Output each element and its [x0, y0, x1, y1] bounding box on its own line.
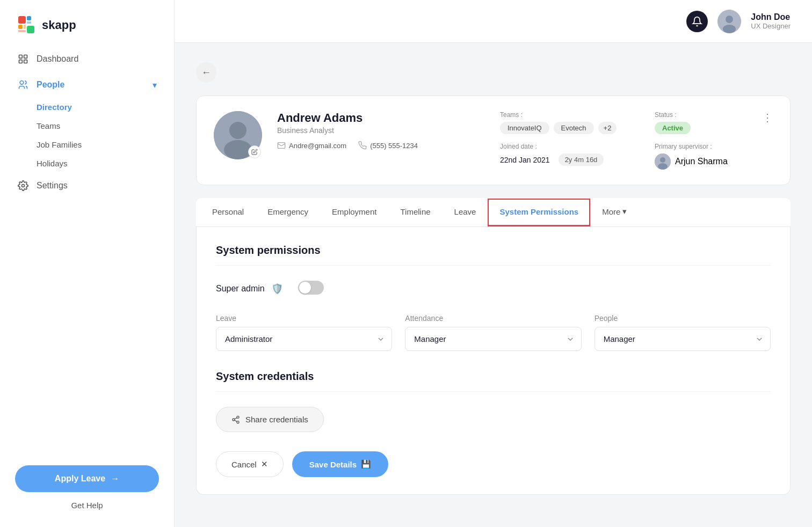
svg-line-27	[235, 418, 237, 419]
sidebar-item-people[interactable]: People ▾	[0, 72, 174, 98]
svg-point-11	[20, 81, 24, 85]
svg-rect-1	[27, 16, 31, 20]
toggle-knob	[299, 282, 311, 294]
chevron-down-icon: ▾	[153, 80, 157, 90]
cancel-button[interactable]: Cancel ✕	[216, 451, 284, 477]
profile-supervisor-row: Primary supervisor : Arjun Sharma	[655, 143, 728, 170]
profile-phone-value: (555) 555-1234	[370, 142, 418, 150]
bell-icon	[692, 16, 702, 27]
shield-icon: 🛡️	[271, 283, 283, 295]
svg-rect-4	[24, 25, 26, 29]
grid-icon	[17, 53, 29, 65]
share-credentials-button[interactable]: Share credentials	[216, 407, 324, 432]
sidebar-item-dashboard-label: Dashboard	[37, 54, 78, 64]
svg-rect-0	[18, 16, 26, 24]
svg-line-26	[235, 420, 237, 422]
topbar-user-info: John Doe UX Designer	[751, 12, 791, 30]
email-icon	[277, 141, 286, 150]
team-tag-1: Evotech	[554, 122, 594, 134]
notification-bell-button[interactable]	[686, 11, 708, 32]
edit-avatar-button[interactable]	[248, 145, 261, 158]
tabs-section: Personal Emergency Employment Timeline L…	[196, 198, 791, 495]
back-button[interactable]: ←	[196, 62, 216, 83]
phone-icon	[358, 141, 367, 150]
footer-actions: Cancel ✕ Save Details 💾	[216, 451, 771, 477]
profile-phone: (555) 555-1234	[358, 141, 418, 150]
profile-email-value: Andre@gmail.com	[289, 142, 346, 150]
system-credentials-title: System credentials	[216, 370, 771, 392]
permissions-dropdowns-row: Leave Administrator Manager Employee Non…	[216, 314, 771, 351]
leave-permission-label: Leave	[216, 314, 392, 323]
profile-avatar-wrap	[214, 111, 262, 159]
apply-leave-label: Apply Leave	[55, 474, 105, 484]
people-permission-select[interactable]: Administrator Manager Employee None	[595, 327, 771, 351]
tab-more[interactable]: More ▾	[590, 198, 639, 226]
tab-system-permissions[interactable]: System Permissions	[488, 199, 590, 226]
attendance-permission-group: Attendance Administrator Manager Employe…	[405, 314, 581, 351]
profile-status-row: Status : Active	[655, 111, 691, 134]
svg-point-17	[229, 122, 247, 139]
tab-leave[interactable]: Leave	[443, 199, 488, 226]
profile-joined-row: Joined date : 22nd Jan 2021 2y 4m 16d	[500, 143, 640, 166]
tab-timeline[interactable]: Timeline	[388, 199, 442, 226]
svg-rect-3	[18, 25, 23, 29]
profile-card: Andrew Adams Business Analyst Andre@gmai…	[196, 96, 791, 185]
leave-permission-group: Leave Administrator Manager Employee Non…	[216, 314, 392, 351]
get-help-link[interactable]: Get Help	[15, 501, 159, 510]
save-icon: 💾	[361, 459, 371, 469]
joined-date: 22nd Jan 2021	[500, 156, 550, 164]
svg-point-12	[22, 185, 25, 187]
apply-leave-button[interactable]: Apply Leave →	[15, 465, 159, 492]
svg-point-25	[237, 421, 239, 423]
team-tags: InnovateIQ Evotech +2	[500, 122, 640, 134]
svg-rect-9	[19, 60, 23, 63]
status-badge: Active	[655, 122, 691, 134]
team-more: +2	[598, 122, 617, 134]
sidebar-subnav: Directory Teams Job Families Holidays	[0, 98, 174, 173]
x-icon: ✕	[261, 459, 268, 469]
main-content: John Doe UX Designer ←	[175, 0, 812, 527]
profile-contacts: Andre@gmail.com (555) 555-1234	[277, 141, 485, 150]
tabs-bar: Personal Emergency Employment Timeline L…	[196, 198, 791, 227]
supervisor-avatar	[655, 153, 671, 170]
sidebar-item-settings-label: Settings	[37, 181, 68, 191]
profile-info: Andrew Adams Business Analyst Andre@gmai…	[277, 111, 485, 150]
profile-role: Business Analyst	[277, 126, 485, 135]
joined-label: Joined date :	[500, 143, 640, 150]
topbar-user-role: UX Designer	[751, 22, 791, 30]
save-details-button[interactable]: Save Details 💾	[292, 451, 388, 477]
sidebar-item-settings[interactable]: Settings	[0, 173, 174, 199]
logo: skapp	[0, 0, 174, 46]
team-tag-0: InnovateIQ	[500, 122, 549, 134]
svg-rect-19	[278, 143, 285, 149]
arrow-right-icon: →	[111, 474, 119, 484]
svg-point-23	[237, 416, 239, 418]
content-area: ← Andrew Adams Business Analyst	[175, 43, 812, 527]
sidebar-subitem-teams[interactable]: Teams	[37, 116, 174, 135]
svg-rect-7	[19, 55, 23, 58]
section-card: System permissions Super admin 🛡️ Leave	[196, 227, 791, 495]
sidebar-subitem-holidays[interactable]: Holidays	[37, 154, 174, 173]
super-admin-toggle[interactable]	[298, 281, 324, 295]
svg-point-14	[726, 16, 733, 23]
more-options-button[interactable]: ⋮	[762, 111, 773, 124]
profile-status-col: ⋮ Status : Active Primary supervisor :	[655, 111, 773, 170]
svg-rect-6	[27, 26, 34, 33]
tab-employment[interactable]: Employment	[320, 199, 388, 226]
attendance-permission-select[interactable]: Administrator Manager Employee None	[405, 327, 581, 351]
topbar-user-name: John Doe	[751, 12, 791, 22]
sidebar-item-people-label: People	[37, 80, 64, 90]
tab-emergency[interactable]: Emergency	[256, 199, 320, 226]
system-permissions-title: System permissions	[216, 244, 771, 266]
share-icon	[231, 415, 240, 424]
profile-name: Andrew Adams	[277, 111, 485, 125]
cancel-label: Cancel	[231, 460, 257, 469]
sidebar-subitem-job-families[interactable]: Job Families	[37, 135, 174, 154]
topbar: John Doe UX Designer	[175, 0, 812, 43]
sidebar-item-dashboard[interactable]: Dashboard	[0, 46, 174, 72]
tab-personal[interactable]: Personal	[200, 199, 256, 226]
leave-permission-select[interactable]: Administrator Manager Employee None	[216, 327, 392, 351]
sidebar-subitem-directory[interactable]: Directory	[37, 98, 174, 116]
arrow-left-icon: ←	[201, 67, 211, 78]
chevron-down-icon: ▾	[622, 207, 627, 216]
